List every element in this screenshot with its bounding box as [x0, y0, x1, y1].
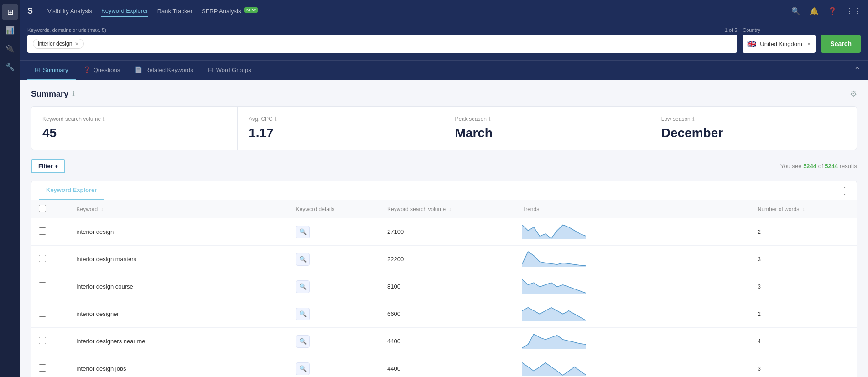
row-trend-5 — [515, 355, 750, 377]
row-keyword-1: interior design masters — [69, 246, 288, 273]
row-details-btn-0[interactable]: 🔍 — [296, 226, 310, 238]
row-trend-2 — [515, 273, 750, 300]
words-sort-icon: ↕ — [802, 207, 805, 212]
table-tab-keyword-explorer[interactable]: Keyword Explorer — [39, 181, 104, 200]
app-logo: S — [27, 6, 33, 16]
row-checkbox-cell — [31, 328, 69, 355]
tab-questions-label: Questions — [94, 67, 120, 73]
nav-home-icon[interactable]: ⊞ — [2, 4, 18, 20]
nav-keyword-explorer[interactable]: Keyword Explorer — [101, 5, 148, 17]
row-checkbox-0[interactable] — [39, 227, 46, 235]
sparkline-1 — [522, 250, 586, 267]
col-header-checkbox — [31, 200, 69, 218]
search-button[interactable]: Search — [821, 35, 861, 53]
search-bar-area: Keywords, domains or urls (max. 5) 1 of … — [20, 22, 868, 60]
stat-peak-value: March — [455, 126, 639, 140]
stat-cpc-info-icon[interactable]: ℹ — [275, 116, 277, 122]
row-checkbox-3[interactable] — [39, 310, 46, 317]
chevron-down-icon: ▼ — [806, 41, 811, 46]
row-details-btn-4[interactable]: 🔍 — [296, 335, 310, 348]
row-checkbox-5[interactable] — [39, 364, 46, 372]
stat-volume-info-icon[interactable]: ℹ — [103, 116, 105, 122]
row-details-btn-2[interactable]: 🔍 — [296, 280, 310, 293]
tabs-bar: ⊞ Summary ❓ Questions 📄 Related Keywords… — [20, 60, 868, 80]
keyword-tag: interior design × — [33, 39, 84, 49]
col-header-trends: Trends — [515, 200, 750, 218]
settings-icon[interactable]: ⚙ — [850, 89, 857, 99]
tabs-collapse-icon[interactable]: ⌃ — [854, 65, 861, 75]
search-icon[interactable]: 🔍 — [791, 7, 800, 15]
row-keyword-5: interior design jobs — [69, 355, 288, 377]
top-bar: S Visibility Analysis Keyword Explorer R… — [20, 0, 868, 22]
row-keyword-3: interior designer — [69, 300, 288, 328]
row-details-0: 🔍 — [289, 218, 380, 246]
tab-questions[interactable]: ❓ Questions — [76, 61, 128, 80]
results-total-count: 5244 — [825, 163, 838, 170]
row-checkbox-4[interactable] — [39, 337, 46, 344]
stat-card-volume: Keyword search volume ℹ 45 — [31, 107, 238, 150]
nav-chart-icon[interactable]: 📊 — [2, 22, 18, 38]
keyword-sort-icon: ↕ — [101, 207, 104, 212]
row-details-btn-5[interactable]: 🔍 — [296, 362, 310, 375]
tab-word-groups[interactable]: ⊟ Word Groups — [201, 61, 259, 80]
summary-header: Summary ℹ ⚙ — [31, 89, 857, 99]
row-words-3: 2 — [750, 300, 857, 328]
row-keyword-0: interior design — [69, 218, 288, 246]
country-label: Country — [743, 27, 816, 33]
row-checkbox-2[interactable] — [39, 282, 46, 289]
related-tab-icon: 📄 — [135, 66, 142, 73]
main-content: S Visibility Analysis Keyword Explorer R… — [20, 0, 868, 377]
table-tabs: Keyword Explorer ⋮ — [31, 181, 857, 200]
grid-icon[interactable]: ⋮⋮ — [846, 7, 861, 15]
table-row: interior design course 🔍 8100 3 — [31, 273, 857, 300]
nav-serp[interactable]: SERP Analysis NEW — [202, 6, 258, 16]
sparkline-5 — [522, 360, 586, 376]
row-checkbox-cell — [31, 218, 69, 246]
select-all-checkbox[interactable] — [39, 205, 46, 212]
stat-low-info-icon[interactable]: ℹ — [692, 116, 695, 122]
nav-puzzle-icon[interactable]: 🔌 — [2, 40, 18, 57]
stat-peak-info-icon[interactable]: ℹ — [489, 116, 491, 122]
row-trend-0 — [515, 218, 750, 246]
row-details-1: 🔍 — [289, 246, 380, 273]
app-shell: ⊞ 📊 🔌 🔧 S Visibility Analysis Keyword Ex… — [0, 0, 868, 377]
nav-tool-icon[interactable]: 🔧 — [2, 58, 18, 75]
row-words-1: 3 — [750, 246, 857, 273]
tab-related-keywords[interactable]: 📄 Related Keywords — [127, 61, 201, 80]
row-details-4: 🔍 — [289, 328, 380, 355]
bell-icon[interactable]: 🔔 — [810, 7, 819, 15]
row-details-btn-3[interactable]: 🔍 — [296, 308, 310, 320]
table-row: interior design 🔍 27100 2 — [31, 218, 857, 246]
summary-info-icon[interactable]: ℹ — [72, 90, 74, 98]
row-checkbox-1[interactable] — [39, 255, 46, 262]
row-details-btn-1[interactable]: 🔍 — [296, 253, 310, 266]
sparkline-4 — [522, 332, 586, 349]
keyword-tag-text: interior design — [38, 41, 72, 47]
row-volume-3: 6600 — [380, 300, 515, 328]
keyword-tag-remove[interactable]: × — [75, 40, 78, 47]
table-row: interior designer 🔍 6600 2 — [31, 300, 857, 328]
help-icon[interactable]: ❓ — [828, 7, 837, 15]
stat-card-low: Low season ℹ December — [650, 107, 857, 150]
sparkline-2 — [522, 278, 586, 294]
col-header-keyword[interactable]: Keyword ↕ — [69, 200, 288, 218]
col-header-words[interactable]: Number of words ↕ — [750, 200, 857, 218]
filter-button[interactable]: Filter + — [31, 159, 65, 173]
summary-title: Summary ℹ — [31, 89, 74, 99]
table-row: interior designers near me 🔍 4400 4 — [31, 328, 857, 355]
summary-title-text: Summary — [31, 89, 68, 99]
tab-summary[interactable]: ⊞ Summary — [27, 61, 76, 80]
nav-rank-tracker[interactable]: Rank Tracker — [157, 6, 192, 16]
table-more-icon[interactable]: ⋮ — [840, 185, 849, 196]
row-details-3: 🔍 — [289, 300, 380, 328]
sparkline-0 — [522, 223, 586, 239]
left-nav: ⊞ 📊 🔌 🔧 — [0, 0, 20, 377]
row-checkbox-cell — [31, 273, 69, 300]
keyword-input-box[interactable]: interior design × — [27, 35, 737, 53]
country-select[interactable]: 🇬🇧 United Kingdom ▼ — [743, 35, 816, 53]
col-header-volume[interactable]: Keyword search volume ↕ — [380, 200, 515, 218]
table-row: interior design jobs 🔍 4400 3 — [31, 355, 857, 377]
top-nav: Visibility Analysis Keyword Explorer Ran… — [47, 5, 258, 17]
serp-badge: NEW — [244, 7, 258, 13]
nav-visibility[interactable]: Visibility Analysis — [47, 6, 92, 16]
